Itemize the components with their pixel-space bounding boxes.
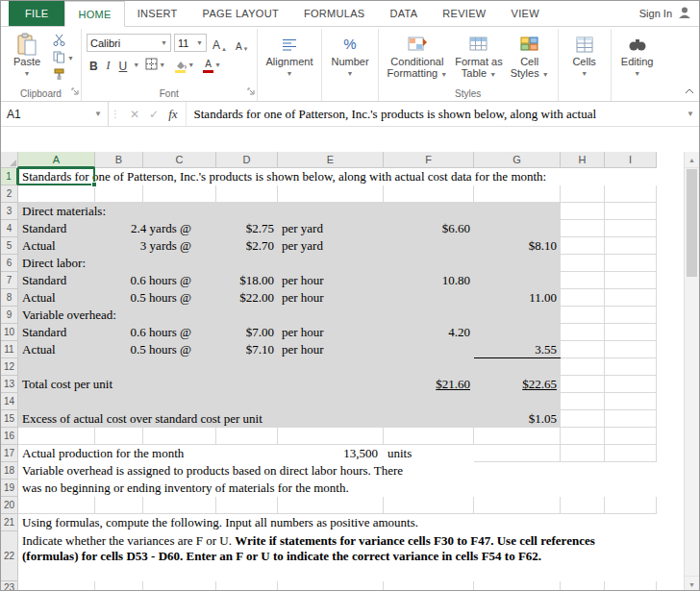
cell-G3[interactable]: [474, 203, 561, 220]
row-header-16[interactable]: 16: [1, 428, 18, 445]
row-header-19[interactable]: 19: [1, 480, 18, 497]
sign-in-button[interactable]: Sign In: [639, 1, 691, 26]
col-header-E[interactable]: E: [278, 152, 384, 168]
bold-button[interactable]: B: [87, 56, 101, 73]
cell-I14[interactable]: [605, 393, 657, 410]
cell-content-E8[interactable]: per hour: [278, 289, 384, 307]
cell-I2[interactable]: [605, 185, 657, 203]
cell-H13[interactable]: [561, 376, 605, 393]
row-header-14[interactable]: 14: [1, 393, 18, 410]
cell-E20[interactable]: [278, 497, 384, 514]
cell-H11[interactable]: [561, 341, 605, 358]
row-header-6[interactable]: 6: [1, 255, 18, 272]
cell-F15[interactable]: [384, 410, 474, 428]
cell-content-B10[interactable]: 0.6 hours @: [95, 324, 216, 341]
italic-button[interactable]: I: [104, 56, 113, 73]
confirm-entry-button[interactable]: ✓: [149, 108, 159, 121]
cell-content-A5[interactable]: Actual: [18, 237, 95, 255]
cell-H2[interactable]: [561, 185, 605, 203]
tab-data[interactable]: DATA: [377, 1, 430, 26]
scroll-down-button[interactable]: ▼: [685, 576, 699, 591]
formula-bar-handle[interactable]: ⋮: [109, 102, 122, 126]
cell-F16[interactable]: [384, 428, 474, 445]
tab-file[interactable]: FILE: [9, 1, 64, 26]
cell-content-D10[interactable]: $7.00: [216, 324, 278, 341]
row-header-23[interactable]: 23: [1, 581, 18, 591]
font-color-button[interactable]: A ▼: [200, 56, 224, 73]
cell-content-F4[interactable]: $6.60: [384, 220, 474, 237]
cell-G23[interactable]: [474, 581, 561, 591]
cell-H14[interactable]: [561, 393, 605, 410]
cell-B16[interactable]: [95, 428, 143, 445]
cells-button[interactable]: Cells ▼: [563, 31, 606, 82]
cell-F8[interactable]: [384, 289, 474, 307]
cell-C16[interactable]: [143, 428, 216, 445]
cell-H12[interactable]: [561, 358, 605, 376]
cell-G2[interactable]: [474, 185, 561, 203]
tab-home[interactable]: HOME: [64, 1, 124, 27]
insert-function-button[interactable]: fx: [168, 107, 177, 122]
cell-F14[interactable]: [384, 393, 474, 410]
cell-H3[interactable]: [561, 203, 605, 220]
vertical-scrollbar[interactable]: ▲ ▼: [684, 152, 699, 591]
cell-I16[interactable]: [605, 428, 657, 445]
cell-C14[interactable]: [143, 393, 216, 410]
cell-content-G8[interactable]: 11.00: [474, 289, 561, 307]
tab-insert[interactable]: INSERT: [125, 1, 190, 26]
cell-G12[interactable]: [474, 358, 561, 376]
editing-button[interactable]: Editing ▼: [616, 31, 659, 82]
cell-E2[interactable]: [278, 185, 384, 203]
font-dialog-launcher[interactable]: [247, 82, 255, 99]
cell-content-A8[interactable]: Actual: [18, 289, 95, 307]
cell-F23[interactable]: [384, 581, 474, 591]
cell-content-A3[interactable]: Direct materials:: [18, 203, 384, 220]
cell-content-A9[interactable]: Variable overhead:: [18, 307, 384, 324]
row-header-20[interactable]: 20: [1, 497, 18, 514]
col-header-D[interactable]: D: [216, 152, 278, 168]
borders-button[interactable]: ▼: [142, 56, 168, 73]
font-name-select[interactable]: Calibri▼: [87, 34, 171, 52]
cell-H17[interactable]: [561, 445, 605, 462]
format-as-table-button[interactable]: Format as Table ▼: [451, 31, 507, 83]
cell-content-E10[interactable]: per hour: [278, 324, 384, 341]
cell-G10[interactable]: [474, 324, 561, 341]
cell-G16[interactable]: [474, 428, 561, 445]
row-header-5[interactable]: 5: [1, 237, 18, 255]
cell-H4[interactable]: [561, 220, 605, 237]
tab-page-layout[interactable]: PAGE LAYOUT: [190, 1, 291, 26]
cell-I15[interactable]: [605, 410, 657, 428]
cell-B14[interactable]: [95, 393, 143, 410]
fill-color-button[interactable]: ▼: [171, 56, 197, 73]
cell-H7[interactable]: [561, 272, 605, 289]
cell-content-A11[interactable]: Actual: [18, 341, 95, 358]
cell-I13[interactable]: [605, 376, 657, 393]
cell-B20[interactable]: [95, 497, 143, 514]
cell-H23[interactable]: [561, 581, 605, 591]
cell-content-A15[interactable]: Excess of actual cost over standard cost…: [18, 410, 384, 428]
cell-content-D8[interactable]: $22.00: [216, 289, 278, 307]
cell-H16[interactable]: [561, 428, 605, 445]
tab-view[interactable]: VIEW: [499, 1, 552, 26]
row-header-7[interactable]: 7: [1, 272, 18, 289]
cancel-entry-button[interactable]: ✕: [130, 108, 139, 121]
row-header-18[interactable]: 18: [1, 462, 18, 480]
scrollbar-thumb[interactable]: [687, 169, 697, 277]
cell-styles-button[interactable]: Cell Styles ▼: [507, 31, 553, 83]
row-header-9[interactable]: 9: [1, 307, 18, 324]
row-header-15[interactable]: 15: [1, 410, 18, 428]
cell-D16[interactable]: [216, 428, 278, 445]
cell-content-E11[interactable]: per hour: [278, 341, 384, 358]
cell-F12[interactable]: [384, 358, 474, 376]
cell-I7[interactable]: [605, 272, 657, 289]
cell-I8[interactable]: [605, 289, 657, 307]
cell-E12[interactable]: [278, 358, 384, 376]
cell-D20[interactable]: [216, 497, 278, 514]
row-header-3[interactable]: 3: [1, 203, 18, 220]
underline-button[interactable]: U: [116, 56, 131, 73]
cell-D23[interactable]: [216, 581, 278, 591]
cell-content-A22[interactable]: Indicate whether the variances are F or …: [18, 531, 657, 581]
cell-I10[interactable]: [605, 324, 657, 341]
paste-button[interactable]: Paste ▼: [6, 31, 48, 82]
expand-formula-bar-button[interactable]: ▼: [682, 102, 699, 126]
cell-A12[interactable]: [18, 358, 95, 376]
